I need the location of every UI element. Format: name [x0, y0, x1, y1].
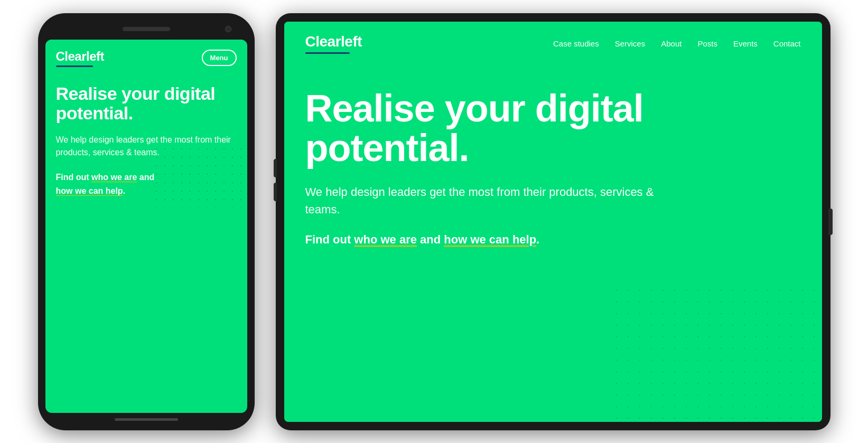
nav-services[interactable]: Services	[615, 39, 646, 48]
phone-logo: Clearleft	[56, 49, 105, 67]
tablet-nav: Case studies Services About Posts Events…	[553, 39, 801, 48]
phone-hero: Realise your digital potential. We help …	[45, 73, 247, 209]
tablet-volume-down-button	[274, 183, 277, 201]
tablet-screen: Clearleft Case studies Services About Po…	[284, 22, 822, 422]
tablet-logo-underline	[305, 52, 350, 54]
phone-cta-suffix: .	[123, 186, 125, 195]
phone-hero-title: Realise your digital potential.	[56, 84, 237, 124]
tablet-device: Clearleft Case studies Services About Po…	[276, 13, 830, 430]
phone-device: Clearleft Menu Realise your digital pote…	[38, 13, 255, 430]
tablet-hero-description: We help design leaders get the most from…	[305, 183, 675, 218]
tablet-logo-text: Clearleft	[305, 33, 362, 50]
phone-hero-description: We help design leaders get the most from…	[56, 134, 237, 159]
phone-camera	[225, 26, 231, 32]
phone-hero-cta: Find out who we are and how we can help.	[56, 171, 237, 197]
phone-speaker	[123, 27, 170, 31]
tablet-cta-suffix: .	[536, 233, 539, 246]
nav-about[interactable]: About	[661, 39, 682, 48]
tablet-header: Clearleft Case studies Services About Po…	[284, 22, 822, 62]
tablet-hero-title: Realise your digital potential.	[305, 89, 717, 168]
phone-cta-prefix: Find out	[56, 173, 92, 182]
phone-cta-who-link[interactable]: who we are	[91, 173, 137, 182]
nav-case-studies[interactable]: Case studies	[553, 39, 599, 48]
tablet-cta-prefix: Find out	[305, 233, 354, 246]
phone-cta-help-link[interactable]: how we can help	[56, 186, 123, 195]
phone-screen: Clearleft Menu Realise your digital pote…	[45, 40, 247, 413]
nav-posts[interactable]: Posts	[697, 39, 717, 48]
phone-home-bar	[115, 418, 178, 421]
phone-logo-text: Clearleft	[56, 49, 105, 64]
tablet-cta-who-link[interactable]: who we are	[354, 233, 417, 246]
tablet-volume-up-button	[274, 159, 277, 177]
phone-header: Clearleft Menu	[45, 40, 247, 73]
nav-contact[interactable]: Contact	[773, 39, 801, 48]
tablet-hero-cta: Find out who we are and how we can help.	[305, 233, 801, 247]
phone-logo-underline	[56, 65, 93, 67]
phone-notch	[45, 21, 247, 37]
tablet-side-button	[828, 209, 833, 235]
tablet-cta-middle: and	[417, 233, 444, 246]
phone-cta-middle: and	[137, 173, 154, 182]
nav-events[interactable]: Events	[733, 39, 758, 48]
phone-menu-button[interactable]: Menu	[202, 50, 237, 66]
dot-pattern-tablet	[611, 285, 822, 422]
tablet-cta-help-link[interactable]: how we can help	[444, 233, 536, 246]
tablet-logo: Clearleft	[305, 33, 362, 54]
tablet-hero: Realise your digital potential. We help …	[284, 62, 822, 422]
